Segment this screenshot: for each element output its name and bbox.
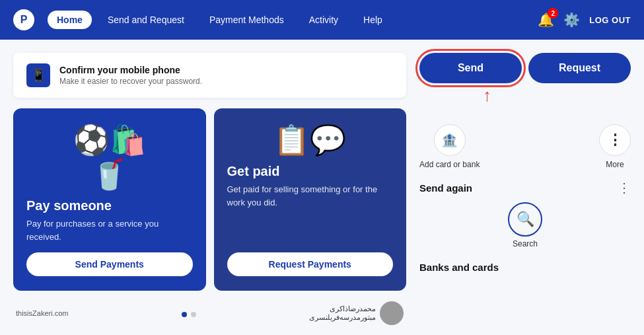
navbar: P Home Send and Request Payment Methods … xyxy=(0,0,644,40)
dot-1 xyxy=(182,312,187,317)
pay-card-title: Pay someone xyxy=(26,198,193,213)
arabic-title: مبتورمدرسه‌فریلنسری xyxy=(309,313,376,322)
confirm-subtitle: Make it easier to recover your password. xyxy=(59,77,202,86)
banks-cards-section: Banks and cards xyxy=(419,262,631,273)
nav-icons: 🔔 2 ⚙️ LOG OUT xyxy=(538,12,631,28)
send-again-header: Send again ⋮ xyxy=(419,180,631,196)
left-panel: 📱 Confirm your mobile phone Make it easi… xyxy=(13,53,406,322)
get-paid-card-desc: Get paid for selling something or for th… xyxy=(227,183,394,209)
right-panel: Send Request ↑ 🏦 Add card or bank ⋮ More… xyxy=(419,53,631,322)
search-icon-circle[interactable]: 🔍 xyxy=(508,202,542,237)
add-card-icon: 🏦 xyxy=(434,124,466,156)
nav-item-send-request[interactable]: Send and Request xyxy=(98,11,194,29)
quick-actions: 🏦 Add card or bank ⋮ More xyxy=(419,118,631,169)
send-again-section: Send again ⋮ 🔍 Search xyxy=(419,180,631,248)
arabic-name: محمدرضاذاکری xyxy=(309,305,376,313)
logout-button[interactable]: LOG OUT xyxy=(589,15,631,25)
get-paid-card: 📋💬 Get paid Get paid for selling somethi… xyxy=(214,108,407,291)
more-action[interactable]: ⋮ More xyxy=(599,124,631,169)
send-button[interactable]: Send xyxy=(419,53,522,83)
more-label: More xyxy=(606,160,624,169)
notification-button[interactable]: 🔔 2 xyxy=(538,12,554,28)
send-again-title: Send again xyxy=(419,182,472,194)
get-paid-card-title: Get paid xyxy=(227,164,394,179)
phone-icon: 📱 xyxy=(26,63,50,87)
search-send-again[interactable]: 🔍 Search xyxy=(419,202,631,248)
card-image-get-paid: 📋💬 xyxy=(227,123,394,157)
add-card-label: Add card or bank xyxy=(419,160,480,169)
watermark-site: thisisZakeri.com xyxy=(16,309,68,317)
arrow-indicator: ↑ xyxy=(483,85,491,106)
nav-item-help[interactable]: Help xyxy=(354,11,392,29)
send-request-row: Send Request ↑ xyxy=(419,53,631,83)
search-label: Search xyxy=(513,239,538,248)
pay-someone-card: ⚽🛍️🥤 Pay someone Pay for purchases or a … xyxy=(13,108,206,291)
avatar-image xyxy=(380,301,404,325)
request-button[interactable]: Request xyxy=(528,53,631,83)
card-image-pay: ⚽🛍️🥤 xyxy=(26,123,193,192)
notification-badge: 2 xyxy=(548,8,558,19)
cards-row: ⚽🛍️🥤 Pay someone Pay for purchases or a … xyxy=(13,108,406,291)
nav-item-activity[interactable]: Activity xyxy=(300,11,347,29)
get-paid-emoji: 📋💬 xyxy=(273,123,346,157)
confirm-banner: 📱 Confirm your mobile phone Make it easi… xyxy=(13,53,406,98)
send-again-more-icon[interactable]: ⋮ xyxy=(618,180,631,196)
add-card-bank-action[interactable]: 🏦 Add card or bank xyxy=(419,124,480,169)
request-payments-button[interactable]: Request Payments xyxy=(227,252,394,276)
paypal-logo: P xyxy=(13,9,34,30)
arabic-watermark: محمدرضاذاکری مبتورمدرسه‌فریلنسری xyxy=(309,301,404,325)
more-icon: ⋮ xyxy=(599,124,631,156)
dot-2 xyxy=(191,312,196,317)
pay-emoji: ⚽🛍️🥤 xyxy=(73,123,146,192)
confirm-title: Confirm your mobile phone xyxy=(59,65,202,75)
nav-item-home[interactable]: Home xyxy=(48,11,92,29)
nav-item-payment-methods[interactable]: Payment Methods xyxy=(200,11,293,29)
carousel-dots xyxy=(182,309,196,317)
main-content: 📱 Confirm your mobile phone Make it easi… xyxy=(0,40,644,335)
send-payments-button[interactable]: Send Payments xyxy=(26,252,193,276)
pay-card-desc: Pay for purchases or a service you recei… xyxy=(26,217,193,243)
settings-icon[interactable]: ⚙️ xyxy=(563,12,580,28)
confirm-text: Confirm your mobile phone Make it easier… xyxy=(59,65,202,86)
banks-cards-title: Banks and cards xyxy=(419,262,631,273)
